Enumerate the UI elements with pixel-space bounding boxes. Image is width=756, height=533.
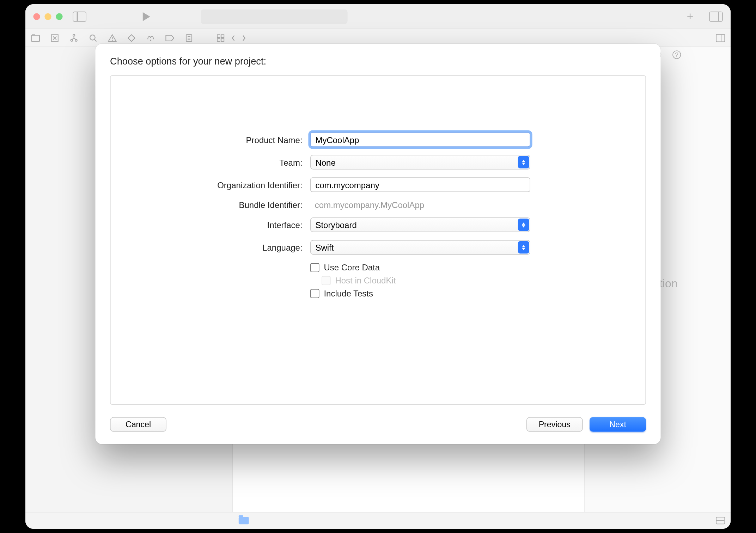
test-nav-icon[interactable] — [127, 33, 136, 42]
tests-checkbox-row[interactable]: Include Tests — [310, 288, 530, 298]
folder-icon[interactable] — [239, 517, 249, 524]
language-label: Language: — [133, 243, 303, 252]
svg-point-2 — [73, 34, 75, 36]
bundle-id-value: com.mycompany.MyCoolApp — [310, 200, 530, 209]
bundle-id-label: Bundle Identifier: — [133, 200, 303, 209]
core-data-checkbox-row[interactable]: Use Core Data — [310, 263, 530, 272]
library-plus-icon[interactable]: + — [687, 10, 694, 23]
core-data-label: Use Core Data — [324, 263, 380, 272]
report-nav-icon[interactable] — [184, 33, 194, 42]
tests-checkbox[interactable] — [310, 289, 319, 298]
language-value: Swift — [315, 243, 334, 252]
svg-rect-14 — [221, 35, 224, 37]
sheet-title: Choose options for your new project: — [110, 56, 646, 67]
cloudkit-label: Host in CloudKit — [335, 276, 396, 285]
form-frame: Product Name: Team: None Organization Id… — [110, 75, 646, 405]
find-nav-icon[interactable] — [89, 33, 98, 42]
editor-options-icon[interactable] — [716, 34, 725, 42]
back-chevron-icon[interactable] — [231, 33, 236, 42]
svg-rect-0 — [32, 35, 39, 41]
forward-chevron-icon[interactable] — [242, 33, 246, 42]
team-popup[interactable]: None — [310, 155, 530, 170]
svg-point-5 — [90, 35, 95, 39]
team-label: Team: — [133, 157, 303, 167]
svg-point-8 — [150, 39, 151, 41]
core-data-checkbox[interactable] — [310, 263, 319, 272]
interface-label: Interface: — [133, 220, 303, 229]
close-icon[interactable] — [33, 13, 40, 20]
zoom-icon[interactable] — [56, 13, 62, 20]
tests-label: Include Tests — [324, 288, 373, 298]
left-sidebar-toggle-icon[interactable] — [73, 11, 86, 22]
interface-popup[interactable]: Storyboard — [310, 218, 530, 232]
product-name-input[interactable] — [310, 132, 530, 147]
previous-button[interactable]: Previous — [526, 417, 583, 432]
right-sidebar-toggle-icon[interactable] — [709, 11, 723, 22]
project-nav-icon[interactable] — [31, 33, 40, 42]
interface-value: Storyboard — [315, 220, 356, 229]
debug-nav-icon[interactable] — [146, 33, 155, 42]
svg-rect-16 — [221, 38, 224, 41]
product-name-label: Product Name: — [133, 135, 303, 144]
cloudkit-checkbox — [322, 276, 331, 285]
language-popup[interactable]: Swift — [310, 240, 530, 255]
grid-icon[interactable] — [216, 33, 225, 42]
traffic-lights[interactable] — [33, 13, 62, 20]
svg-rect-15 — [217, 38, 220, 41]
source-control-nav-icon[interactable] — [50, 33, 59, 42]
team-value: None — [315, 157, 335, 167]
new-project-sheet: Choose options for your new project: Pro… — [95, 44, 660, 444]
popup-arrows-icon — [518, 219, 529, 231]
issue-nav-icon[interactable] — [108, 33, 117, 42]
run-button-icon[interactable] — [143, 12, 150, 21]
popup-arrows-icon — [518, 156, 529, 168]
activity-pill[interactable] — [201, 9, 348, 24]
org-id-input[interactable] — [310, 177, 530, 192]
popup-arrows-icon — [518, 241, 529, 253]
next-button[interactable]: Next — [590, 417, 646, 432]
breakpoint-nav-icon[interactable] — [165, 33, 175, 42]
svg-rect-13 — [217, 35, 220, 37]
cloudkit-checkbox-row: Host in CloudKit — [310, 276, 530, 285]
org-id-label: Organization Identifier: — [133, 180, 303, 189]
debug-drawer-icon[interactable] — [716, 517, 725, 524]
symbol-nav-icon[interactable] — [69, 33, 79, 42]
titlebar: + — [25, 4, 731, 29]
help-inspector-icon[interactable]: ? — [672, 50, 681, 59]
svg-point-7 — [112, 39, 113, 41]
debug-bar — [25, 512, 731, 529]
svg-point-3 — [71, 39, 72, 41]
cancel-button[interactable]: Cancel — [110, 417, 166, 432]
minimize-icon[interactable] — [44, 13, 51, 20]
svg-point-4 — [75, 39, 77, 41]
